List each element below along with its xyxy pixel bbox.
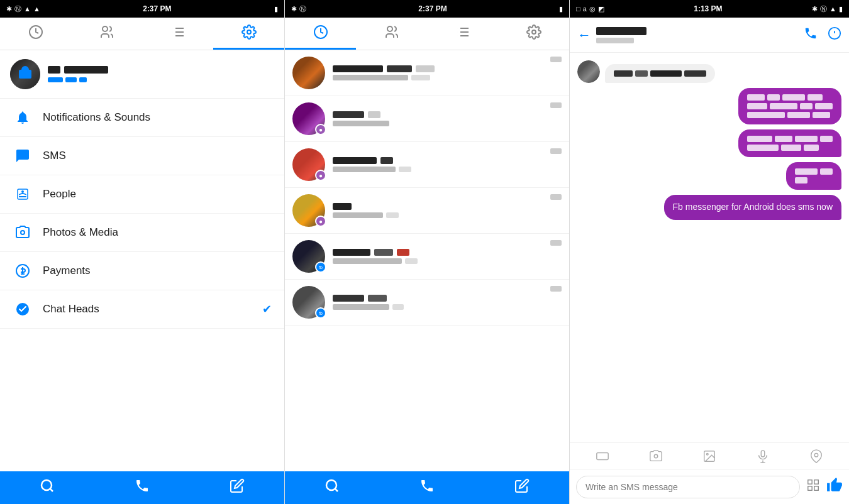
tab-people-left[interactable] (71, 18, 142, 50)
conv-msg-pixel-3 (333, 167, 396, 172)
conv-badge-2: ● (315, 124, 326, 135)
bottom-search-mid[interactable] (286, 471, 379, 504)
call-button[interactable] (804, 26, 818, 44)
status-time-left: 2:37 PM (143, 4, 171, 13)
conv-name-pixel-3a (333, 157, 377, 164)
conv-name-pixel-1 (333, 65, 383, 72)
photo-camera-icon[interactable] (645, 445, 667, 468)
conv-info-1 (333, 65, 550, 80)
tab-recent-mid[interactable] (285, 18, 356, 50)
conv-info-6 (333, 295, 550, 310)
battery-icon: ▮ (274, 5, 278, 13)
conversation-item-3[interactable]: ● (285, 142, 569, 188)
chat-input-bar (570, 469, 849, 504)
amazon-icon: a (583, 5, 587, 13)
sms-input[interactable] (576, 476, 800, 498)
location-icon[interactable] (805, 445, 828, 468)
tab-recent-left[interactable] (0, 18, 71, 50)
conv-avatar-5: fb (292, 240, 325, 273)
app-icon: ◩ (598, 5, 604, 13)
bottom-search-left[interactable] (1, 471, 94, 504)
name-pixel-2 (64, 66, 108, 74)
status-icons-right-left: □ a ◎ ◩ (576, 5, 604, 13)
people-icon-mid (384, 25, 399, 43)
settings-item-people[interactable]: People (0, 175, 284, 214)
chat-header: ← (570, 18, 849, 53)
conv-name-pixel-5c (397, 249, 409, 256)
status-icons-mid-left: ✱ Ⓝ (291, 4, 306, 14)
status-time-mid: 2:37 PM (418, 4, 447, 13)
msg-bubble-sent-3 (786, 162, 841, 190)
back-button[interactable]: ← (577, 27, 591, 43)
settings-item-payments[interactable]: Payments (0, 252, 284, 290)
tab-list-left[interactable] (142, 18, 213, 50)
bottom-compose-mid[interactable] (475, 471, 569, 504)
conv-msg-pixel-2 (333, 121, 389, 126)
tab-list-mid[interactable] (427, 18, 498, 50)
settings-item-chatheads[interactable]: Chat Heads ✔ (0, 290, 284, 329)
svg-point-10 (21, 231, 25, 234)
conversation-item-2[interactable]: ● (285, 96, 569, 142)
conv-msg-pixel-5 (333, 258, 402, 264)
photos-label: Photos & Media (43, 226, 272, 239)
msg-bubble-text: Fb messenger for Android does sms now (664, 195, 841, 220)
sms-label: SMS (43, 150, 272, 162)
info-button[interactable] (828, 26, 841, 44)
sub-pixel-3 (79, 77, 87, 82)
msg-row-1 (577, 60, 841, 83)
conv-time-pixel-4 (550, 194, 562, 200)
bottom-phone-mid[interactable] (380, 471, 474, 504)
conversation-item-1[interactable] (285, 50, 569, 96)
conversation-item-5[interactable]: fb (285, 234, 569, 280)
conv-badge-4: ● (315, 216, 326, 227)
gallery-icon[interactable] (698, 445, 721, 468)
name-pixel-1 (48, 66, 60, 74)
battery-icon-right: ▮ (839, 5, 843, 13)
conv-name-pixel-6a (333, 295, 364, 302)
conversation-item-6[interactable]: fb (285, 280, 569, 326)
profile-header[interactable] (0, 50, 284, 99)
keyboard-icon[interactable] (591, 445, 614, 468)
search-icon-mid (325, 478, 340, 497)
conv-msg-pixel-6b (392, 304, 404, 310)
settings-item-notifications[interactable]: Notifications & Sounds (0, 99, 284, 137)
microphone-icon[interactable] (752, 445, 774, 468)
conv-info-4 (333, 203, 550, 218)
conv-msg-pixel-1 (333, 75, 408, 80)
conv-name-pixel-2 (387, 65, 412, 72)
bottom-phone-left[interactable] (95, 471, 189, 504)
svg-point-8 (247, 30, 251, 34)
status-icons-mid-right: ▮ (559, 5, 563, 13)
status-bar-right: □ a ◎ ◩ 1:13 PM ✱ Ⓝ ▲ ▮ (570, 0, 849, 18)
conv-msg-pixel-4b (386, 212, 399, 218)
wifi-icon: ▲ (24, 5, 31, 13)
conv-name-pixel-2b (368, 111, 380, 118)
conversations-panel: ✱ Ⓝ 2:37 PM ▮ (285, 0, 570, 504)
conv-name-pixel-6b (368, 295, 387, 302)
tab-people-mid[interactable] (356, 18, 427, 50)
conv-badge-3: ● (315, 170, 326, 181)
notifications-label: Notifications & Sounds (43, 111, 272, 124)
sent-text-row: Fb messenger for Android does sms now (577, 195, 841, 220)
search-icon (40, 478, 55, 497)
svg-rect-45 (808, 480, 812, 484)
settings-item-photos[interactable]: Photos & Media (0, 214, 284, 252)
svg-rect-47 (808, 486, 812, 490)
list-icon-mid (455, 25, 470, 43)
like-button[interactable] (826, 477, 843, 497)
chatheads-icon (13, 302, 33, 317)
svg-point-38 (654, 454, 658, 458)
sms-message-text: Fb messenger for Android does sms now (673, 202, 833, 212)
settings-item-sms[interactable]: SMS (0, 137, 284, 175)
gear-icon (241, 25, 257, 43)
profile-subtitle (48, 77, 108, 82)
conversation-item-4[interactable]: ● (285, 188, 569, 234)
bottom-compose-left[interactable] (190, 471, 284, 504)
signal-icon-right: Ⓝ (820, 4, 827, 14)
apps-icon[interactable] (806, 478, 820, 495)
conv-badge-5: fb (315, 261, 326, 273)
tab-settings-mid[interactable] (498, 18, 569, 50)
tab-settings-left[interactable] (213, 18, 284, 50)
chatheads-check: ✔ (262, 302, 272, 316)
sender-avatar (577, 60, 600, 83)
